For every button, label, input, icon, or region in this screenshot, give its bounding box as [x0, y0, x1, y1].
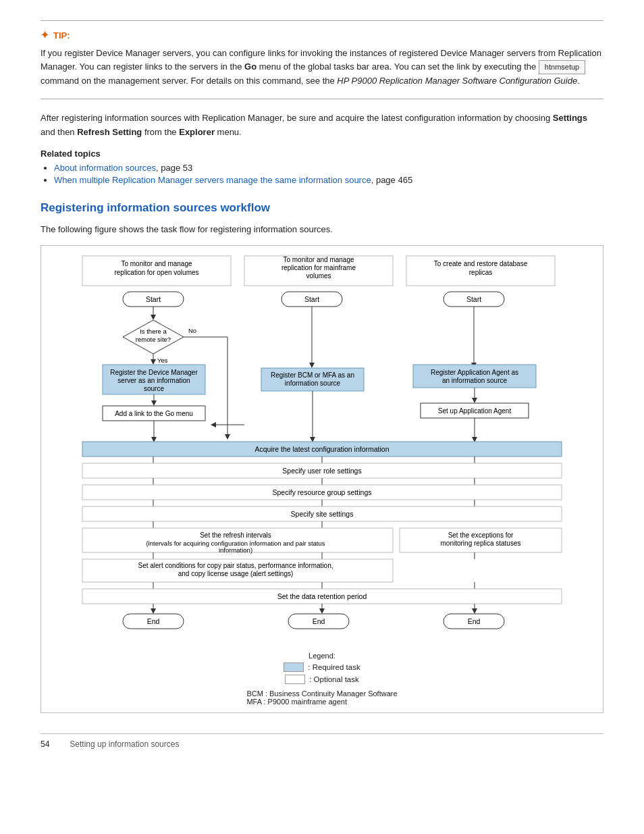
svg-marker-57 — [211, 422, 216, 427]
svg-text:server as an information: server as an information — [117, 377, 190, 384]
tip-inline-code: htnmsetup — [539, 60, 585, 74]
svg-text:information source: information source — [285, 380, 341, 387]
svg-marker-27 — [151, 359, 156, 365]
svg-text:Register the Device Manager: Register the Device Manager — [110, 369, 198, 376]
page-footer: 54 Setting up information sources — [41, 733, 603, 749]
legend-optional-row: : Optional task — [48, 675, 596, 684]
svg-text:volumes: volumes — [306, 272, 331, 280]
svg-text:Register BCM or MFA as an: Register BCM or MFA as an — [271, 371, 354, 379]
legend-required-box — [284, 662, 304, 672]
svg-marker-24 — [225, 434, 230, 440]
svg-marker-100 — [472, 608, 477, 614]
svg-text:To monitor and manage: To monitor and manage — [121, 260, 192, 267]
tip-body: If you register Device Manager servers, … — [41, 47, 603, 88]
legend-bcm: BCM : Business Continuity Manager Softwa… — [246, 689, 397, 698]
svg-text:replicas: replicas — [469, 269, 492, 276]
tip-text-1: If you register Device Manager servers, … — [41, 48, 601, 72]
legend-required-label: : Required task — [308, 663, 360, 671]
svg-text:replication for open volumes: replication for open volumes — [114, 269, 198, 276]
svg-text:Specify user role settings: Specify user role settings — [282, 467, 361, 475]
page-number: 54 — [41, 739, 49, 749]
svg-marker-51 — [472, 398, 477, 403]
related-topics-list: About information sources, page 53 When … — [41, 163, 603, 185]
legend-optional-label: : Optional task — [309, 675, 359, 683]
list-item: About information sources, page 53 — [54, 163, 603, 173]
tip-header: ✦ TIP: — [41, 29, 603, 41]
svg-text:End: End — [147, 617, 160, 625]
svg-text:monitoring replica statuses: monitoring replica statuses — [441, 540, 521, 547]
workflow-intro: The following figure shows the task flow… — [41, 223, 603, 236]
svg-text:Set the refresh intervals: Set the refresh intervals — [200, 531, 271, 539]
svg-text:Is there a: Is there a — [140, 328, 167, 335]
legend-required-row: : Required task — [48, 662, 596, 672]
related-link-1[interactable]: About information sources — [54, 163, 156, 173]
svg-text:No: No — [188, 327, 196, 334]
svg-text:Specify site settings: Specify site settings — [291, 510, 354, 518]
svg-marker-98 — [319, 608, 325, 614]
svg-text:Acquire the latest configurati: Acquire the latest configuration informa… — [254, 445, 389, 453]
svg-text:Specify resource group setting: Specify resource group settings — [272, 488, 371, 496]
svg-text:an information source: an information source — [442, 377, 508, 384]
flowchart-container: To monitor and manage replication for op… — [41, 245, 603, 713]
legend-mfa: MFA : P9000 mainframe agent — [246, 698, 397, 706]
svg-text:Start: Start — [466, 295, 481, 303]
svg-text:To monitor and manage: To monitor and manage — [283, 256, 354, 263]
footer-chapter: Setting up information sources — [70, 739, 179, 749]
svg-text:Set the data retention period: Set the data retention period — [277, 592, 367, 600]
svg-text:information): information) — [219, 546, 252, 554]
svg-text:Register Application Agent as: Register Application Agent as — [431, 369, 518, 376]
svg-marker-33 — [151, 400, 157, 406]
svg-text:Start: Start — [304, 295, 319, 303]
svg-marker-39 — [309, 363, 315, 368]
tip-label: TIP: — [53, 30, 70, 41]
svg-text:replication for mainframe: replication for mainframe — [281, 264, 356, 271]
related-page-1: , page 53 — [156, 163, 192, 173]
tip-section: ✦ TIP: If you register Device Manager se… — [41, 20, 603, 99]
legend-optional-box — [285, 675, 305, 684]
flowchart-svg: To monitor and manage replication for op… — [79, 253, 565, 646]
svg-text:End: End — [313, 617, 325, 625]
svg-text:Start: Start — [146, 295, 161, 303]
svg-text:End: End — [468, 617, 481, 625]
section-title: Registering information sources workflow — [41, 201, 603, 216]
related-topics-title: Related topics — [41, 149, 603, 159]
svg-text:Add a link to the Go menu: Add a link to the Go menu — [115, 410, 193, 417]
svg-text:source: source — [144, 385, 164, 392]
related-page-2: , page 465 — [371, 175, 412, 185]
related-link-2[interactable]: When multiple Replication Manager server… — [54, 175, 371, 185]
legend-title: Legend: — [48, 652, 596, 660]
svg-text:Yes: Yes — [157, 357, 168, 364]
legend: Legend: : Required task : Optional task … — [48, 652, 596, 706]
main-paragraph: After registering information sources wi… — [41, 111, 603, 138]
svg-text:remote site?: remote site? — [136, 336, 171, 343]
list-item: When multiple Replication Manager server… — [54, 175, 603, 185]
svg-text:Set alert conditions for copy : Set alert conditions for copy pair statu… — [138, 562, 333, 569]
svg-marker-96 — [151, 608, 156, 614]
svg-text:To create and restore database: To create and restore database — [434, 260, 528, 267]
svg-text:and copy license usage (alert : and copy license usage (alert settings) — [178, 570, 294, 577]
tip-icon: ✦ — [41, 29, 49, 41]
svg-text:Set up Application Agent: Set up Application Agent — [438, 407, 512, 415]
related-topics: Related topics About information sources… — [41, 149, 603, 185]
tip-text-2: command on the management server. For de… — [41, 76, 580, 86]
svg-text:Set the exceptions for: Set the exceptions for — [448, 531, 514, 539]
svg-marker-17 — [151, 315, 156, 320]
